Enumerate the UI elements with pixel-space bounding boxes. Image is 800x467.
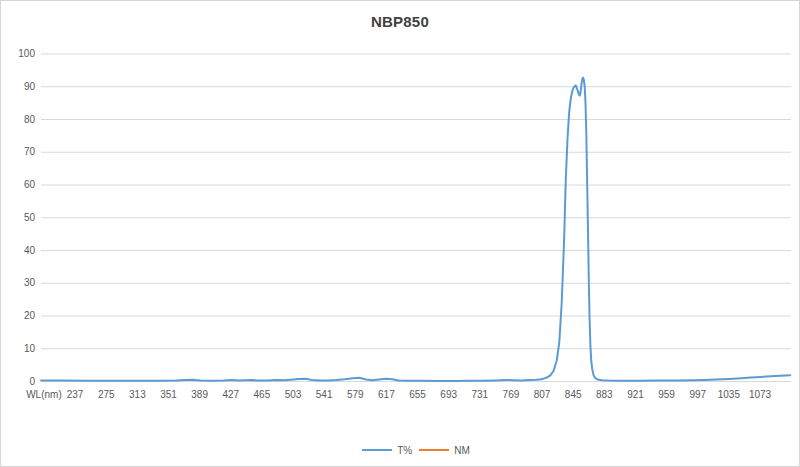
series-line-t- [41,78,790,381]
y-axis-tick-label: 90 [5,81,35,93]
y-axis-tick-label: 20 [5,310,35,322]
y-axis-tick-label: 60 [5,179,35,191]
chart-frame: NBP850 0102030405060708090100 WL(nm)2372… [0,0,800,467]
legend-label-t-percent: T% [397,445,412,456]
y-axis-tick-label: 0 [5,376,35,388]
y-axis-tick-label: 50 [5,212,35,224]
y-axis-tick-label: 80 [5,114,35,126]
t-percent-line-swatch-icon [362,449,392,451]
legend-item-nm[interactable]: NM [419,445,470,456]
nm-line-swatch-icon [419,449,449,451]
y-axis-tick-label: 40 [5,245,35,257]
y-axis-tick-label: 70 [5,146,35,158]
legend-item-t-percent[interactable]: T% [362,445,412,456]
legend-label-nm: NM [454,445,470,456]
y-axis-tick-label: 100 [5,48,35,60]
y-axis-tick-label: 10 [5,343,35,355]
legend: T% NM [41,442,791,458]
y-axis-tick-label: 30 [5,277,35,289]
x-axis-tick-label: 1073 [737,389,783,401]
